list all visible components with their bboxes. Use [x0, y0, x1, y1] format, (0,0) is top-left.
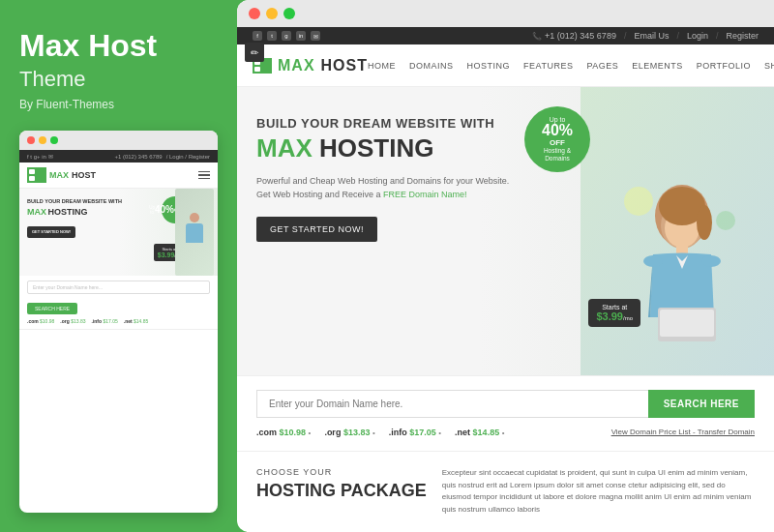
left-panel: Max Host Theme By Fluent-Themes f t g+ i… [0, 0, 237, 532]
linkedin-icon[interactable]: in [296, 31, 306, 41]
mini-person-body [186, 223, 203, 243]
social-icons: f t g in ✉ [253, 31, 320, 41]
price-net: .net $14.85 • [455, 428, 504, 437]
mini-dot-green [50, 136, 58, 144]
mini-price-info: .info $17.05 [92, 318, 118, 324]
hero-main-title: MAX HOSTING [256, 134, 755, 163]
mini-hero-image [175, 189, 214, 276]
mini-logo-max: MAX [49, 170, 69, 180]
mini-navbar: MAXHOST [19, 163, 218, 189]
starts-at-label: Starts at [596, 304, 633, 310]
mini-person-figure [185, 213, 204, 251]
edit-pencil-button[interactable]: ✏ [245, 43, 264, 62]
main-nav: HOME DOMAINS HOSTING FEATURES PAGES ELEM… [368, 61, 774, 71]
site-navbar: MAXHOST HOME DOMAINS HOSTING FEATURES PA… [237, 44, 774, 87]
price-com: .com $10.98 • [256, 428, 311, 437]
register-link[interactable]: Register [726, 31, 759, 41]
login-link[interactable]: Login [687, 31, 708, 41]
theme-name-line2: Theme [19, 67, 218, 92]
hero-description: Powerful and Cheap Web Hosting and Domai… [256, 174, 527, 202]
hero-desc-line2: Get Web Hosting and Receive a [256, 190, 380, 199]
nav-domains[interactable]: DOMAINS [409, 61, 454, 71]
badge-percent: 40% [542, 123, 573, 138]
domain-search-button[interactable]: SEARCH HERE [648, 390, 755, 418]
site-hero: BUILD YOUR DREAM WEBSITE WITH MAX HOSTIN… [237, 87, 774, 375]
mini-price-org: .org $13.83 [60, 318, 85, 324]
mini-hero-max: MAX [27, 207, 46, 217]
starts-at-price: $3.99 [596, 310, 623, 322]
mini-search-button[interactable]: SEARCH HERE [27, 303, 77, 314]
mini-browser-chrome [19, 131, 218, 150]
hosting-label: CHOOSE YOUR [256, 467, 427, 477]
domain-section: SEARCH HERE .com $10.98 • .org $13.83 • … [237, 375, 774, 451]
mini-domain-prices: .com $10.98 .org $13.83 .info $17.05 .ne… [27, 318, 210, 324]
phone-number: +1 (012) 345 6789 [545, 31, 616, 41]
starts-at-mo: /mo [623, 315, 633, 321]
domain-search-bar: SEARCH HERE [256, 390, 755, 418]
googleplus-icon[interactable]: g [282, 31, 291, 41]
dot-red [249, 8, 260, 19]
facebook-icon[interactable]: f [253, 31, 262, 41]
hero-discount-badge: Up to 40% OFF Hosting &Domains [524, 106, 590, 172]
mini-topbar-left: f t g+ in ✉ [27, 153, 53, 160]
mini-dot-red [27, 136, 35, 144]
hero-cta-button[interactable]: GET STARTED NOW! [256, 217, 377, 242]
mini-hero: BUILD YOUR DREAM WEBSITE WITH MAX HOSTIN… [19, 189, 218, 276]
phone-icon: 📞 [532, 32, 542, 41]
mini-topbar: f t g+ in ✉ +1 (012) 345 6789 / Login / … [19, 150, 218, 163]
mini-phone: +1 (012) 345 6789 [114, 154, 162, 160]
site-topbar: f t g in ✉ 📞 +1 (012) 345 6789 / Email U… [237, 27, 774, 44]
mini-starts-price: $3.99 [158, 251, 175, 258]
mini-topbar-right: +1 (012) 345 6789 / Login / Register [114, 154, 210, 160]
nav-shop[interactable]: SHOP [764, 61, 774, 71]
mini-dot-yellow [39, 136, 46, 144]
browser-content: f t g in ✉ 📞 +1 (012) 345 6789 / Email U… [237, 27, 774, 532]
mini-logo: MAXHOST [27, 167, 96, 183]
dot-yellow [266, 8, 278, 19]
hero-title-hosting: HOSTING [319, 133, 433, 163]
domain-prices-list: .com $10.98 • .org $13.83 • .info $17.05… [256, 428, 504, 437]
logo-max: MAX [278, 57, 315, 74]
hero-desc-line1: Powerful and Cheap Web Hosting and Domai… [256, 176, 509, 186]
theme-author: By Fluent-Themes [19, 98, 218, 111]
domain-prices-row: .com $10.98 • .org $13.83 • .info $17.05… [256, 428, 755, 437]
nav-features[interactable]: FEATURES [523, 61, 573, 71]
twitter-icon[interactable]: t [267, 31, 277, 41]
mini-login: / Login / Register [166, 154, 210, 160]
hero-free-domain: FREE Domain Name! [383, 190, 467, 199]
starts-at-bubble: Starts at $3.99/mo [588, 299, 640, 327]
nav-home[interactable]: HOME [368, 61, 396, 71]
mini-domain-input[interactable]: Enter your Domain Name here... [27, 281, 210, 294]
view-domain-price-link[interactable]: View Domain Price List - Transfer Domain [611, 428, 755, 436]
nav-portfolio[interactable]: PORTFOLIO [697, 61, 751, 71]
site-logo: MAXHOST [253, 57, 368, 74]
mini-hero-hosting: HOSTING [48, 207, 88, 217]
hosting-description: Excepteur sint occaecat cupidatat is pro… [442, 467, 755, 517]
mini-domain-bar: Enter your Domain Name here... SEARCH HE… [19, 276, 218, 330]
domain-input[interactable] [256, 390, 648, 418]
mini-hamburger[interactable] [198, 171, 210, 180]
email-social-icon[interactable]: ✉ [311, 31, 320, 41]
main-browser-window: f t g in ✉ 📞 +1 (012) 345 6789 / Email U… [237, 0, 774, 532]
hero-title-max: MAX [256, 133, 313, 163]
hero-content: BUILD YOUR DREAM WEBSITE WITH MAX HOSTIN… [256, 116, 755, 356]
hosting-title-block: CHOOSE YOUR HOSTING PACKAGE [256, 467, 427, 517]
mini-social-icons: f t g+ in ✉ [27, 153, 53, 160]
logo-host: HOST [321, 57, 368, 74]
mini-logo-host: HOST [72, 170, 96, 180]
email-us-link[interactable]: Email Us [634, 31, 669, 41]
hero-pre-headline: BUILD YOUR DREAM WEBSITE WITH [256, 116, 755, 131]
mini-price-com: .com $10.98 [27, 318, 54, 324]
price-org: .org $13.83 • [324, 428, 374, 437]
badge-hosting: Hosting &Domains [544, 147, 571, 163]
price-info: .info $17.05 • [389, 428, 441, 437]
badge-off: OFF [550, 138, 565, 147]
browser-chrome [237, 0, 774, 27]
nav-hosting[interactable]: HOSTING [467, 61, 511, 71]
nav-pages[interactable]: PAGES [586, 61, 618, 71]
hosting-main-title: HOSTING PACKAGE [256, 481, 427, 502]
hosting-section: CHOOSE YOUR HOSTING PACKAGE Excepteur si… [237, 451, 774, 532]
nav-elements[interactable]: ELEMENTS [632, 61, 683, 71]
dot-green [283, 8, 295, 19]
mini-badge-percent: 40% [155, 205, 174, 215]
